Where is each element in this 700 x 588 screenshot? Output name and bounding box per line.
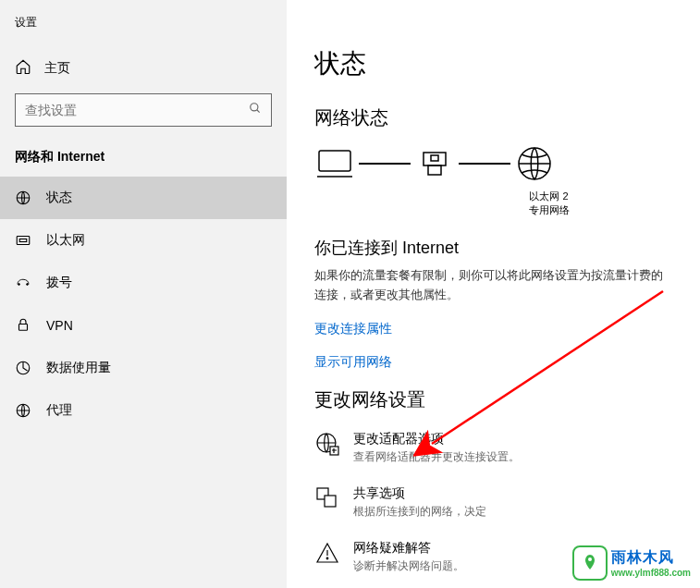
proxy-icon (15, 402, 31, 419)
ethernet-type: 专用网络 (425, 203, 672, 217)
option-sharing[interactable]: 共享选项 根据所连接到的网络，决定 (314, 485, 672, 520)
ethernet-icon (15, 232, 31, 249)
search-icon (249, 102, 262, 118)
nav-label: 状态 (46, 190, 72, 206)
svg-point-6 (27, 284, 29, 286)
app-title: 设置 (0, 11, 287, 49)
svg-line-1 (257, 110, 260, 113)
router-icon (414, 145, 455, 182)
diagram-labels: 以太网 2 专用网络 (425, 190, 672, 218)
page-title: 状态 (314, 46, 672, 81)
svg-point-23 (588, 557, 592, 561)
nav-item-vpn[interactable]: VPN (0, 304, 287, 347)
svg-rect-14 (431, 155, 438, 161)
svg-rect-19 (325, 496, 336, 507)
watermark: 雨林木风 www.ylmf888.com (572, 545, 691, 581)
network-diagram (314, 145, 672, 182)
nav-item-ethernet[interactable]: 以太网 (0, 219, 287, 262)
svg-rect-7 (19, 325, 28, 331)
watermark-url: www.ylmf888.com (611, 568, 691, 578)
main-content: 状态 网络状态 以太网 2 专用网络 你已连接到 Internet 如果你的流量… (287, 0, 700, 588)
troubleshoot-icon (314, 540, 340, 566)
option-desc: 诊断并解决网络问题。 (353, 558, 464, 574)
watermark-logo-icon (572, 545, 608, 581)
change-connection-props-link[interactable]: 更改连接属性 (314, 321, 672, 337)
network-status-title: 网络状态 (314, 105, 672, 130)
svg-rect-10 (319, 151, 350, 171)
nav-item-status[interactable]: 状态 (0, 177, 287, 219)
show-available-networks-link[interactable]: 显示可用网络 (314, 354, 672, 371)
connection-line (359, 163, 411, 165)
globe-icon (514, 145, 555, 182)
globe-adapter-icon (314, 431, 340, 457)
svg-rect-12 (424, 153, 446, 165)
nav-label: 拨号 (46, 275, 72, 291)
svg-point-5 (18, 284, 20, 286)
computer-icon (314, 145, 355, 182)
option-title: 共享选项 (353, 485, 486, 502)
option-title: 更改适配器选项 (353, 431, 520, 447)
status-icon (15, 190, 31, 206)
search-input[interactable] (25, 103, 249, 117)
option-desc: 查看网络适配器并更改连接设置。 (353, 449, 520, 465)
search-input-container[interactable] (15, 93, 272, 127)
nav-item-proxy[interactable]: 代理 (0, 389, 287, 432)
vpn-icon (15, 317, 31, 334)
sidebar-section-header: 网络和 Internet (0, 149, 287, 177)
nav-item-data-usage[interactable]: 数据使用量 (0, 347, 287, 389)
nav-label: 以太网 (46, 232, 85, 249)
home-label: 主页 (44, 60, 70, 77)
nav-label: 数据使用量 (46, 360, 111, 376)
watermark-text: 雨林木风 (611, 548, 691, 568)
svg-rect-3 (17, 237, 30, 245)
sidebar: 设置 主页 网络和 Internet 状态 以太网 拨号 VPN 数据使用量 代… (0, 0, 287, 588)
svg-rect-13 (428, 165, 441, 175)
nav-label: 代理 (46, 402, 72, 419)
nav-label: VPN (46, 318, 73, 333)
home-button[interactable]: 主页 (0, 49, 287, 93)
option-desc: 根据所连接到的网络，决定 (353, 504, 486, 520)
svg-rect-4 (19, 239, 27, 242)
data-usage-icon (15, 360, 31, 376)
nav-item-dialup[interactable]: 拨号 (0, 262, 287, 304)
share-icon (314, 485, 340, 511)
svg-point-21 (326, 558, 328, 560)
connection-line (459, 163, 510, 165)
ethernet-name: 以太网 2 (425, 190, 672, 203)
home-icon (15, 58, 31, 79)
svg-point-0 (251, 104, 258, 111)
dialup-icon (15, 275, 31, 291)
option-adapter[interactable]: 更改适配器选项 查看网络适配器并更改连接设置。 (314, 431, 672, 465)
connected-title: 你已连接到 Internet (314, 237, 672, 259)
connected-description: 如果你的流量套餐有限制，则你可以将此网络设置为按流量计费的连接，或者更改其他属性… (314, 266, 672, 305)
change-network-settings-title: 更改网络设置 (314, 387, 672, 412)
option-title: 网络疑难解答 (353, 540, 464, 557)
